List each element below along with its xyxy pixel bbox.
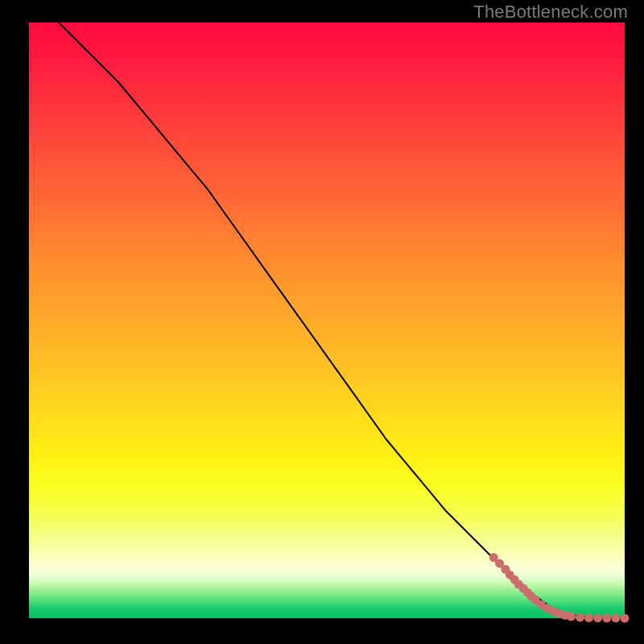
data-point	[584, 613, 593, 622]
plot-area	[29, 23, 625, 618]
data-point	[611, 613, 620, 622]
data-point	[621, 614, 630, 623]
curve-line	[59, 23, 625, 618]
chart-root: TheBottleneck.com	[0, 0, 644, 644]
watermark-text: TheBottleneck.com	[473, 2, 628, 23]
data-point	[576, 613, 584, 621]
data-point	[567, 612, 576, 621]
data-point	[602, 613, 611, 622]
chart-overlay	[29, 23, 625, 618]
data-point	[593, 613, 602, 622]
